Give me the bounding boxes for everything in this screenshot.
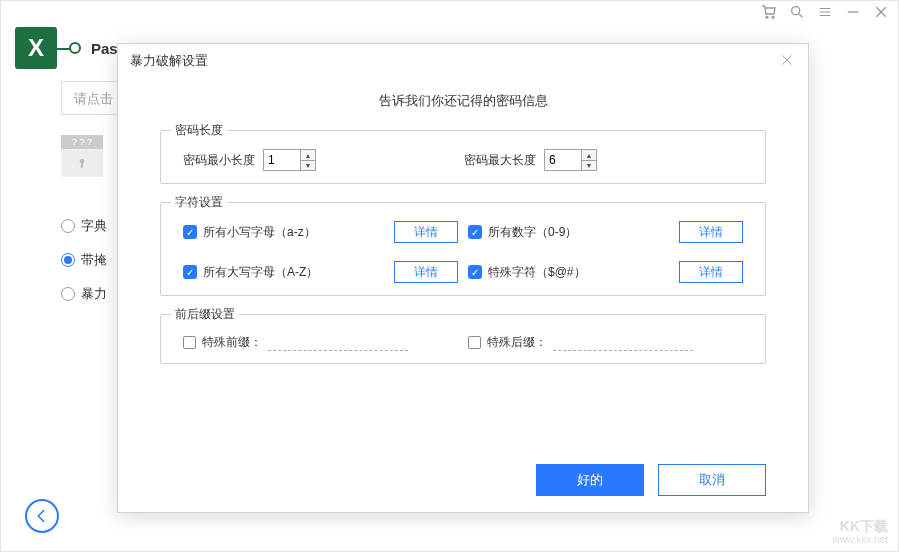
checkbox-lowercase[interactable]: ✓	[183, 225, 197, 239]
fieldset-legend: 前后缀设置	[171, 306, 239, 323]
min-length-input[interactable]	[264, 150, 300, 170]
max-length-label: 密码最大长度	[464, 152, 536, 169]
dialog-header: 暴力破解设置	[118, 44, 808, 78]
radio-label: 字典	[81, 217, 107, 235]
prefix-label: 特殊前缀：	[202, 334, 262, 351]
fieldset-legend: 密码长度	[171, 122, 227, 139]
charset-digits-row: ✓ 所有数字（0-9） 详情	[468, 221, 743, 243]
charset-uppercase-row: ✓ 所有大写字母（A-Z） 详情	[183, 261, 458, 283]
affix-fieldset: 前后缀设置 特殊前缀： 特殊后缀：	[160, 314, 766, 364]
app-window: PassFab for Excel 请点击 ? ? ? 字典 带掩 暴力 KK下…	[0, 0, 899, 552]
cancel-button[interactable]: 取消	[658, 464, 766, 496]
checkbox-special[interactable]: ✓	[468, 265, 482, 279]
watermark-line2: www.kkx.net	[832, 534, 888, 545]
file-preview-header: ? ? ?	[61, 135, 103, 149]
menu-icon[interactable]	[816, 3, 834, 21]
search-icon[interactable]	[788, 3, 806, 21]
close-icon[interactable]	[780, 53, 796, 69]
dialog-footer: 好的 取消	[536, 464, 766, 496]
charset-label: 所有小写字母（a-z）	[203, 224, 316, 241]
checkbox-prefix[interactable]	[183, 336, 196, 349]
suffix-input[interactable]	[553, 333, 693, 351]
min-length-down[interactable]: ▼	[301, 160, 315, 170]
password-length-fieldset: 密码长度 密码最小长度 ▲ ▼ 密码最大长度	[160, 130, 766, 184]
brute-force-settings-dialog: 暴力破解设置 告诉我们你还记得的密码信息 密码长度 密码最小长度 ▲	[117, 43, 809, 513]
svg-point-2	[792, 7, 800, 15]
min-length-group: 密码最小长度 ▲ ▼	[183, 149, 316, 171]
min-length-label: 密码最小长度	[183, 152, 255, 169]
radio-label: 暴力	[81, 285, 107, 303]
charset-label: 所有大写字母（A-Z）	[203, 264, 318, 281]
watermark: KK下载 www.kkx.net	[832, 519, 888, 545]
window-top-bar	[1, 1, 898, 23]
svg-point-0	[766, 16, 768, 18]
checkbox-uppercase[interactable]: ✓	[183, 265, 197, 279]
min-length-up[interactable]: ▲	[301, 150, 315, 160]
close-window-icon[interactable]	[872, 3, 890, 21]
prefix-group: 特殊前缀：	[183, 333, 408, 351]
max-length-group: 密码最大长度 ▲ ▼	[464, 149, 597, 171]
dialog-prompt: 告诉我们你还记得的密码信息	[118, 92, 808, 110]
charset-special-row: ✓ 特殊字符（$@#） 详情	[468, 261, 743, 283]
svg-point-3	[80, 159, 85, 164]
max-length-up[interactable]: ▲	[582, 150, 596, 160]
radio-label: 带掩	[81, 251, 107, 269]
watermark-line1: KK下载	[832, 519, 888, 534]
minimize-icon[interactable]	[844, 3, 862, 21]
suffix-label: 特殊后缀：	[487, 334, 547, 351]
max-length-down[interactable]: ▼	[582, 160, 596, 170]
dialog-body: 告诉我们你还记得的密码信息 密码长度 密码最小长度 ▲ ▼	[118, 78, 808, 364]
lock-icon	[61, 149, 103, 177]
detail-button-uppercase[interactable]: 详情	[394, 261, 458, 283]
back-button[interactable]	[25, 499, 59, 533]
checkbox-digits[interactable]: ✓	[468, 225, 482, 239]
charset-label: 所有数字（0-9）	[488, 224, 577, 241]
prefix-input[interactable]	[268, 333, 408, 351]
suffix-group: 特殊后缀：	[468, 333, 693, 351]
checkbox-suffix[interactable]	[468, 336, 481, 349]
min-length-spinner: ▲ ▼	[263, 149, 316, 171]
charset-lowercase-row: ✓ 所有小写字母（a-z） 详情	[183, 221, 458, 243]
svg-point-1	[772, 16, 774, 18]
detail-button-lowercase[interactable]: 详情	[394, 221, 458, 243]
ok-button[interactable]: 好的	[536, 464, 644, 496]
file-preview-box: ? ? ?	[61, 135, 103, 177]
detail-button-digits[interactable]: 详情	[679, 221, 743, 243]
cart-icon[interactable]	[760, 3, 778, 21]
detail-button-special[interactable]: 详情	[679, 261, 743, 283]
charset-label: 特殊字符（$@#）	[488, 264, 586, 281]
fieldset-legend: 字符设置	[171, 194, 227, 211]
max-length-input[interactable]	[545, 150, 581, 170]
max-length-spinner: ▲ ▼	[544, 149, 597, 171]
charset-fieldset: 字符设置 ✓ 所有小写字母（a-z） 详情 ✓ 所有数字（0-9）	[160, 202, 766, 296]
dialog-title: 暴力破解设置	[130, 52, 208, 70]
